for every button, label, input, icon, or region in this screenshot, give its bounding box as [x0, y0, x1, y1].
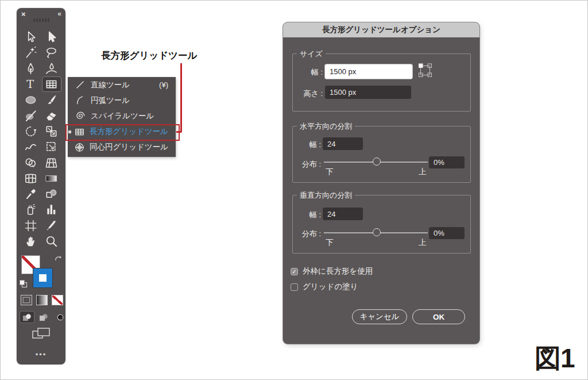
tool-zoom-tool[interactable] [42, 234, 61, 248]
tool-free-transform-tool[interactable] [42, 140, 61, 154]
eraser-icon [45, 109, 58, 122]
cursor-outline-icon [24, 30, 37, 44]
tool-magic-wand-tool[interactable] [21, 45, 40, 60]
default-fill-stroke-icon[interactable] [19, 279, 28, 289]
checkbox-fill-grid[interactable] [291, 283, 298, 291]
tool-symbol-sprayer-tool[interactable] [21, 202, 40, 217]
size-width-input[interactable]: 1500 px [325, 64, 412, 79]
skew-max-label: 上 [419, 167, 427, 177]
more-tools-button[interactable]: ••• [17, 350, 65, 359]
tool-width-tool[interactable] [21, 140, 40, 154]
stroke-swatch[interactable] [33, 268, 52, 287]
menu-item-spiral-tool[interactable]: スパイラルツール [68, 108, 176, 124]
size-height-input[interactable]: 1500 px [325, 86, 411, 99]
tool-scale-tool[interactable] [42, 124, 61, 139]
skew-min-label: 下 [326, 167, 334, 177]
cancel-button[interactable]: キャンセル [352, 309, 407, 324]
skew-label: 分布 : [293, 229, 321, 239]
hand-icon [24, 235, 37, 248]
checkbox-row-use-rectangle-for-frame[interactable]: ✓外枠に長方形を使用 [291, 266, 373, 277]
tool-direct-selection-tool[interactable] [21, 30, 40, 44]
draw-normal-button[interactable] [20, 312, 34, 323]
tool-line-segment-tool-group[interactable] [42, 77, 61, 91]
size-section: サイズ 幅 : 1500 px 高さ : 1500 px [292, 53, 471, 112]
horizontal-skew-slider-handle[interactable] [373, 158, 381, 166]
tool-artboard-tool[interactable] [21, 218, 40, 233]
callout-line-horizontal [176, 131, 181, 133]
vertical-skew-input[interactable]: 0% [429, 227, 465, 239]
tool-pen-tool[interactable] [21, 62, 40, 76]
zoom-icon [45, 235, 58, 248]
menu-item-polar-grid-tool[interactable]: 同心円グリッドツール [68, 140, 176, 155]
draw-behind-button[interactable] [37, 312, 51, 323]
type-icon: T [24, 78, 37, 91]
tool-eyedropper-tool[interactable] [21, 187, 40, 201]
mesh-icon [24, 172, 37, 185]
screen-mode-button[interactable] [30, 327, 52, 340]
checkbox-row-fill-grid[interactable]: グリッドの塗り [291, 282, 358, 292]
menu-item-label: 円弧ツール [91, 95, 130, 106]
horizontal-width-input[interactable]: 24 [323, 137, 363, 150]
callout-label: 長方形グリッドツール [101, 49, 197, 62]
gradient-fill-button[interactable] [36, 294, 48, 305]
tool-rotate-tool[interactable] [21, 124, 40, 139]
tool-shaper-tool[interactable] [21, 109, 40, 123]
vertical-legend: 垂直方向の分割 [297, 191, 355, 199]
panel-drag-grip[interactable] [33, 18, 49, 22]
height-label: 高さ : [293, 89, 323, 99]
current-tool-bullet [68, 130, 71, 133]
brush-icon [45, 93, 58, 106]
tools-panel: × « T [17, 8, 65, 364]
horizontal-skew-input[interactable]: 0% [429, 156, 465, 168]
checkbox-use-rectangle-for-frame[interactable]: ✓ [291, 268, 298, 275]
tool-hand-tool[interactable] [21, 234, 40, 248]
callout-line-vertical [180, 63, 182, 132]
cursor-filled-icon [45, 30, 58, 44]
tool-ellipse-tool[interactable] [21, 93, 40, 107]
magic-wand-icon [24, 46, 37, 59]
vertical-width-input[interactable]: 24 [323, 208, 363, 220]
skew-min-label: 下 [326, 237, 334, 248]
tool-selection-tool[interactable] [42, 30, 61, 44]
tool-slice-tool[interactable] [42, 218, 61, 233]
horizontal-dividers-section: 水平方向の分割 幅 : 24 分布 : 下 上 0% [292, 126, 471, 183]
tool-lasso-tool[interactable] [42, 45, 61, 60]
tool-curvature-tool[interactable] [42, 62, 61, 76]
tool-graph-tool[interactable] [42, 202, 61, 217]
tool-type-tool[interactable]: T [21, 77, 40, 91]
size-legend: サイズ [297, 49, 326, 58]
scale-icon [45, 125, 58, 138]
tool-eraser-tool[interactable] [42, 109, 61, 123]
width-label: 幅 : [293, 210, 321, 220]
dialog-title: 長方形グリッドツールオプション [283, 22, 479, 37]
tool-shape-builder-tool[interactable] [21, 156, 40, 170]
menu-item-label: 直線ツール [91, 80, 130, 90]
arc-icon [74, 95, 86, 106]
size-width-value: 1500 px [330, 67, 356, 76]
ok-button[interactable]: OK [412, 309, 465, 324]
menu-item-arc-tool[interactable]: 円弧ツール [68, 93, 176, 108]
line-icon [74, 79, 86, 90]
shaper-icon [24, 109, 37, 122]
tool-mesh-tool[interactable] [21, 171, 40, 186]
tool-paintbrush-tool[interactable] [42, 93, 61, 107]
reference-point-widget[interactable] [418, 63, 432, 78]
checkbox-label: 外枠に長方形を使用 [303, 266, 373, 277]
tool-perspective-grid-tool[interactable] [42, 156, 61, 170]
ellipse-icon [24, 93, 37, 106]
color-fill-button[interactable] [20, 294, 33, 305]
lasso-icon [45, 46, 58, 59]
vertical-skew-slider-handle[interactable] [373, 228, 381, 236]
draw-inside-button[interactable] [53, 312, 67, 323]
menu-item-line-segment-tool[interactable]: 直線ツール(¥) [68, 77, 176, 93]
close-icon[interactable]: × [21, 10, 26, 18]
polar-grid-icon [74, 142, 85, 153]
swap-fill-stroke-icon[interactable] [55, 255, 62, 263]
shape-builder-icon [24, 156, 37, 170]
tool-gradient-tool[interactable] [42, 171, 61, 186]
tool-blend-tool[interactable] [42, 187, 61, 201]
spray-icon [24, 203, 37, 216]
horizontal-width-value: 24 [327, 140, 335, 148]
none-fill-button[interactable] [51, 294, 64, 305]
collapse-panel-icon[interactable]: « [57, 10, 61, 18]
